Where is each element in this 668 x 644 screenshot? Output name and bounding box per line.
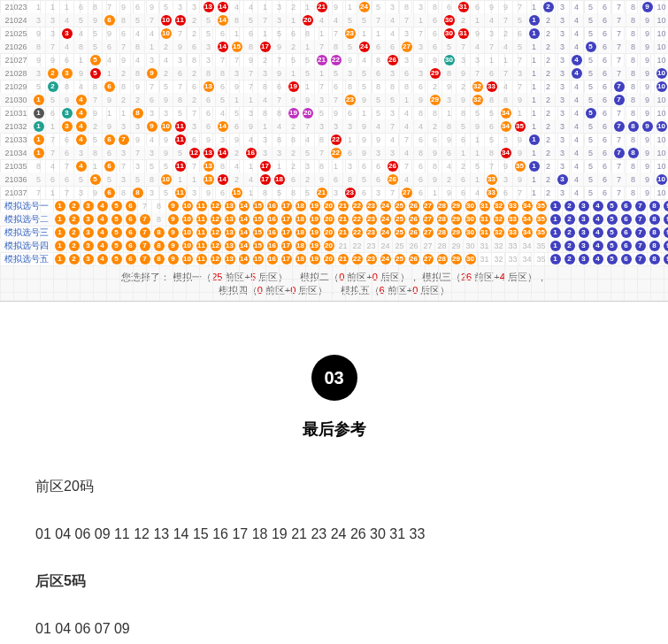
sim-ball[interactable]: 1 — [55, 201, 65, 211]
cell[interactable]: 8 — [152, 239, 166, 252]
cell[interactable]: 7 — [633, 226, 648, 239]
sim-ball[interactable]: 15 — [253, 254, 264, 264]
sim-ball-back[interactable]: 9 — [664, 214, 669, 225]
cell[interactable]: 26 — [407, 199, 421, 212]
cell[interactable]: 26 — [407, 239, 421, 252]
sim-ball[interactable]: 9 — [168, 241, 179, 251]
cell[interactable]: 17 — [280, 252, 294, 265]
cell[interactable]: 25 — [393, 226, 407, 239]
sim-ball[interactable]: 29 — [451, 214, 462, 225]
cell[interactable]: 1 — [53, 239, 67, 252]
sim-ball[interactable]: 2 — [69, 241, 80, 251]
cell[interactable]: 1 — [549, 199, 563, 212]
sim-ball[interactable]: 28 — [437, 227, 448, 238]
cell[interactable]: 33 — [506, 226, 520, 239]
sim-ball[interactable]: 19 — [310, 254, 320, 264]
sim-ball-back[interactable]: 1 — [550, 201, 561, 211]
cell[interactable]: 4 — [591, 239, 605, 252]
sim-ball[interactable]: 1 — [55, 214, 65, 225]
cell[interactable]: 1 — [549, 239, 563, 252]
cell[interactable]: 34 — [520, 239, 534, 252]
sim-ball[interactable]: 13 — [225, 241, 235, 251]
sim-ball-back[interactable]: 4 — [593, 254, 603, 264]
sim-ball[interactable]: 24 — [380, 227, 391, 238]
cell[interactable]: 23 — [365, 226, 379, 239]
cell[interactable]: 32 — [492, 252, 506, 265]
cell[interactable]: 17 — [280, 239, 294, 252]
sim-ball-back[interactable]: 1 — [550, 241, 561, 251]
cell[interactable]: 7 — [633, 212, 648, 226]
cell[interactable]: 2 — [563, 212, 577, 226]
sim-ball[interactable]: 30 — [465, 201, 476, 211]
sim-ball-back[interactable]: 8 — [649, 201, 660, 211]
sim-ball[interactable]: 21 — [338, 201, 349, 211]
cell[interactable]: 27 — [421, 239, 435, 252]
cell[interactable]: 33 — [506, 252, 520, 265]
sim-ball[interactable]: 29 — [451, 227, 462, 238]
cell[interactable]: 28 — [435, 212, 449, 226]
cell[interactable]: 4 — [591, 199, 605, 212]
cell[interactable]: 4 — [591, 252, 605, 265]
sim-ball-back[interactable]: 6 — [621, 227, 632, 238]
sim-ball[interactable]: 33 — [508, 214, 518, 225]
sim-ball[interactable]: 6 — [126, 214, 136, 225]
sim-ball[interactable]: 22 — [352, 254, 363, 264]
sim-ball[interactable]: 20 — [324, 227, 334, 238]
sim-ball[interactable]: 18 — [296, 201, 306, 211]
sim-ball[interactable]: 12 — [211, 227, 221, 238]
cell[interactable]: 29 — [449, 212, 464, 226]
cell[interactable]: 4 — [96, 212, 110, 226]
cell[interactable]: 26 — [407, 212, 421, 226]
cell[interactable]: 6 — [619, 239, 633, 252]
cell[interactable]: 9 — [662, 199, 668, 212]
cell[interactable]: 8 — [152, 226, 166, 239]
sim-ball[interactable]: 9 — [168, 214, 179, 225]
cell[interactable]: 8 — [648, 252, 662, 265]
cell[interactable]: 20 — [322, 226, 336, 239]
cell[interactable]: 10 — [180, 226, 195, 239]
sim-ball-back[interactable]: 2 — [564, 241, 575, 251]
cell[interactable]: 31 — [478, 212, 492, 226]
sim-ball[interactable]: 22 — [352, 214, 363, 225]
cell[interactable]: 4 — [96, 239, 110, 252]
cell[interactable]: 16 — [265, 252, 280, 265]
cell[interactable]: 14 — [237, 199, 251, 212]
sim-ball[interactable]: 28 — [437, 214, 448, 225]
cell[interactable]: 9 — [662, 239, 668, 252]
cell[interactable]: 9 — [662, 252, 668, 265]
cell[interactable]: 31 — [478, 252, 492, 265]
cell[interactable]: 7 — [138, 239, 152, 252]
sim-ball[interactable]: 27 — [423, 201, 434, 211]
cell[interactable]: 13 — [223, 226, 237, 239]
sim-ball[interactable]: 20 — [324, 254, 334, 264]
sim-ball[interactable]: 25 — [395, 227, 405, 238]
cell[interactable]: 3 — [577, 239, 591, 252]
sim-ball[interactable]: 11 — [196, 214, 207, 225]
sim-ball[interactable]: 9 — [168, 227, 179, 238]
cell[interactable]: 2 — [67, 239, 81, 252]
sim-ball[interactable]: 10 — [182, 214, 193, 225]
sim-ball[interactable]: 12 — [211, 214, 221, 225]
cell[interactable]: 7 — [633, 252, 648, 265]
sim-ball[interactable]: 30 — [465, 227, 476, 238]
cell[interactable]: 13 — [223, 199, 237, 212]
cell[interactable]: 13 — [223, 212, 237, 226]
sim-ball[interactable]: 10 — [182, 227, 193, 238]
cell[interactable]: 34 — [520, 199, 534, 212]
sim-ball[interactable]: 21 — [338, 214, 349, 225]
cell[interactable]: 5 — [110, 252, 124, 265]
sim-ball-back[interactable]: 8 — [649, 214, 660, 225]
sim-ball[interactable]: 35 — [536, 227, 547, 238]
sim-ball[interactable]: 3 — [83, 214, 94, 225]
cell[interactable]: 2 — [67, 199, 81, 212]
sim-ball[interactable]: 22 — [352, 227, 363, 238]
sim-ball-back[interactable]: 6 — [621, 214, 632, 225]
sim-ball[interactable]: 17 — [281, 241, 292, 251]
cell[interactable]: 33 — [506, 212, 520, 226]
cell[interactable]: 19 — [308, 226, 322, 239]
sim-ball-back[interactable]: 1 — [550, 254, 561, 264]
sim-ball[interactable]: 4 — [97, 241, 108, 251]
sim-ball-back[interactable]: 5 — [607, 227, 618, 238]
cell[interactable]: 14 — [237, 226, 251, 239]
sim-ball-back[interactable]: 5 — [607, 241, 618, 251]
